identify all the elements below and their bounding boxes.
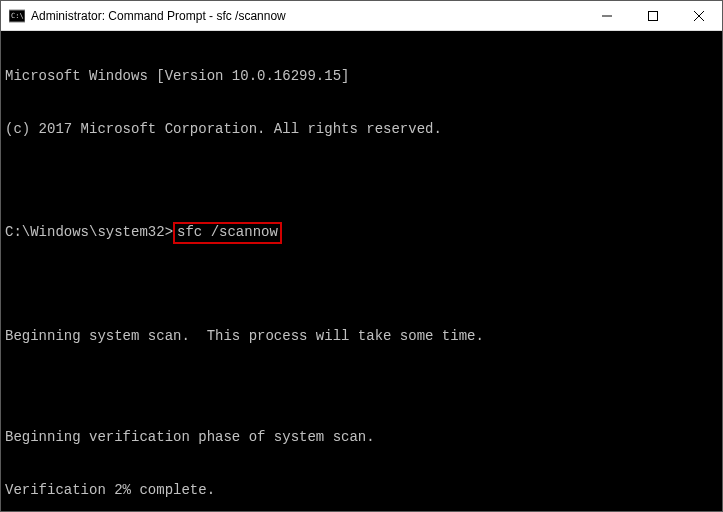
command-highlight: sfc /scannow bbox=[173, 222, 282, 244]
window-controls bbox=[584, 1, 722, 30]
prompt-text: C:\Windows\system32> bbox=[5, 224, 173, 242]
close-button[interactable] bbox=[676, 1, 722, 30]
svg-rect-3 bbox=[649, 11, 658, 20]
terminal-output: Verification 2% complete. bbox=[5, 482, 718, 500]
terminal-output: (c) 2017 Microsoft Corporation. All righ… bbox=[5, 121, 718, 139]
terminal-output: Beginning system scan. This process will… bbox=[5, 328, 718, 346]
command-prompt-window: C:\ Administrator: Command Prompt - sfc … bbox=[0, 0, 723, 512]
window-title: Administrator: Command Prompt - sfc /sca… bbox=[31, 9, 584, 23]
titlebar[interactable]: C:\ Administrator: Command Prompt - sfc … bbox=[1, 1, 722, 31]
terminal-area[interactable]: Microsoft Windows [Version 10.0.16299.15… bbox=[1, 31, 722, 511]
terminal-output: Beginning verification phase of system s… bbox=[5, 429, 718, 447]
prompt-line: C:\Windows\system32>sfc /scannow bbox=[5, 222, 718, 244]
cmd-icon: C:\ bbox=[9, 8, 25, 24]
terminal-output: Microsoft Windows [Version 10.0.16299.15… bbox=[5, 68, 718, 86]
minimize-button[interactable] bbox=[584, 1, 630, 30]
svg-text:C:\: C:\ bbox=[11, 12, 24, 20]
maximize-button[interactable] bbox=[630, 1, 676, 30]
